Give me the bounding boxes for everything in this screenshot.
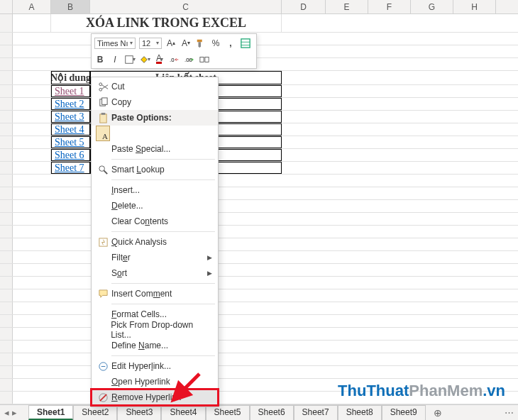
decrease-decimal-icon[interactable]: .0	[169, 54, 180, 65]
submenu-arrow-icon: ▶	[207, 254, 212, 261]
menu-pick-list[interactable]: Pick From Drop-down List...	[92, 322, 218, 338]
hyperlink-cell[interactable]: Sheet 5	[51, 136, 90, 148]
add-sheet-button[interactable]: ⊕	[430, 407, 446, 419]
svg-point-14	[99, 165, 104, 171]
menu-label: Insert Comment	[111, 289, 172, 299]
fill-color-icon[interactable]: ▾	[139, 54, 150, 65]
scissors-icon	[94, 82, 111, 92]
watermark: ThuThuatPhanMem.vn	[338, 382, 505, 400]
svg-line-15	[104, 170, 107, 174]
clipboard-icon	[94, 113, 111, 123]
col-B[interactable]: B	[51, 0, 90, 13]
sheet-tab-sheet6[interactable]: Sheet6	[250, 405, 294, 420]
menu-label: Quick Analysis	[111, 237, 167, 247]
copy-icon	[94, 97, 111, 108]
sheet-tab-sheet3[interactable]: Sheet3	[117, 405, 161, 420]
sheet-title: XÓA LINK TRONG EXCEL	[51, 14, 282, 32]
hyperlink-cell[interactable]: Sheet 7	[51, 162, 90, 174]
menu-label: Smart Lookup	[111, 165, 165, 175]
hyperlink-cell[interactable]: Sheet 1	[51, 85, 90, 97]
menu-insert-comment[interactable]: Insert Comment	[92, 286, 218, 302]
decrease-font-icon[interactable]: A▾	[180, 38, 192, 49]
menu-define-name[interactable]: Define Name...	[92, 338, 218, 353]
mini-toolbar: Times Nı▾ 12▾ A▴ A▾ % , B I ▾ ▾ A▾ .0 .0…	[91, 33, 257, 69]
menu-smart-lookup[interactable]: Smart Lookup	[92, 162, 218, 177]
menu-paste-options: Paste Options:	[92, 110, 218, 126]
menu-label: Copy	[111, 97, 131, 107]
menu-quick-analysis[interactable]: Quick Analysis	[92, 234, 218, 250]
sheet-tab-sheet9[interactable]: Sheet9	[382, 405, 426, 420]
svg-point-9	[99, 82, 101, 85]
svg-rect-6	[200, 57, 204, 62]
col-D[interactable]: D	[282, 0, 326, 13]
sheet-tab-sheet1[interactable]: Sheet1	[28, 405, 73, 420]
menu-paste-keep-text[interactable]: A	[92, 126, 218, 141]
sheet-tab-sheet7[interactable]: Sheet7	[294, 405, 338, 420]
format-painter-icon[interactable]	[195, 38, 206, 49]
menu-paste-special[interactable]: Paste Special...	[92, 141, 218, 157]
col-F[interactable]: F	[368, 0, 411, 13]
col-G[interactable]: G	[411, 0, 453, 13]
hyperlink-cell[interactable]: Sheet 4	[51, 123, 90, 136]
sheet-tab-sheet4[interactable]: Sheet4	[161, 405, 205, 420]
italic-icon[interactable]: I	[109, 54, 121, 65]
menu-label: Paste Special...	[111, 144, 170, 154]
hyperlink-cell[interactable]: Sheet 2	[51, 98, 90, 110]
link-icon	[94, 361, 111, 372]
tab-nav-arrows[interactable]: ◂ ▸	[4, 407, 17, 418]
sheet-tab-sheet8[interactable]: Sheet8	[338, 405, 382, 420]
tab-scroll[interactable]: ⋯	[505, 407, 514, 418]
grid-area[interactable]: XÓA LINK TRONG EXCEL Nội dung Liên kết s…	[0, 14, 518, 404]
menu-label: Pick From Drop-down List...	[111, 320, 212, 340]
bold-icon[interactable]: B	[94, 54, 106, 65]
svg-line-20	[173, 374, 199, 400]
sheet-tab-sheet2[interactable]: Sheet2	[73, 405, 117, 420]
quick-icon	[94, 237, 111, 248]
menu-insert[interactable]: Insert...	[92, 182, 218, 198]
menu-label: Sort	[111, 268, 127, 278]
hyperlink-cell[interactable]: Sheet 6	[51, 149, 90, 161]
col-A[interactable]: A	[13, 0, 51, 13]
col-H[interactable]: H	[453, 0, 496, 13]
submenu-arrow-icon: ▶	[207, 270, 212, 277]
menu-label: Open Hyperlink	[111, 377, 170, 387]
format-table-icon[interactable]	[240, 38, 251, 49]
table-header-col1: Nội dung	[51, 71, 90, 84]
font-family-dropdown[interactable]: Times Nı▾	[94, 38, 136, 49]
sheet-tab-bar: ◂ ▸ Sheet1Sheet2Sheet3Sheet4Sheet5Sheet6…	[0, 404, 518, 420]
comma-icon[interactable]: ,	[225, 38, 236, 49]
col-C[interactable]: C	[90, 0, 282, 13]
menu-delete[interactable]: Delete...	[92, 198, 218, 214]
sheet-tab-sheet5[interactable]: Sheet5	[206, 405, 250, 420]
percent-icon[interactable]: %	[210, 38, 221, 49]
comment-icon	[94, 289, 111, 299]
merge-icon[interactable]	[199, 54, 210, 65]
svg-text:.0: .0	[170, 56, 175, 62]
svg-point-8	[99, 88, 101, 91]
menu-label: Cut	[111, 82, 125, 92]
font-color-icon[interactable]: A▾	[154, 54, 165, 65]
menu-label: Insert...	[111, 185, 140, 195]
svg-line-19	[99, 394, 106, 400]
font-size-dropdown[interactable]: 12▾	[139, 38, 162, 49]
svg-rect-0	[241, 38, 250, 47]
menu-label: Delete...	[111, 201, 143, 211]
col-E[interactable]: E	[326, 0, 368, 13]
menu-label: Paste Options:	[111, 113, 172, 123]
menu-filter[interactable]: Filter▶	[92, 250, 218, 265]
increase-font-icon[interactable]: A▴	[165, 38, 177, 49]
menu-clear-contents[interactable]: Clear Contents	[92, 214, 218, 229]
select-all-corner[interactable]	[0, 0, 13, 13]
menu-label: Define Name...	[111, 341, 168, 350]
hyperlink-cell[interactable]: Sheet 3	[51, 111, 90, 123]
menu-sort[interactable]: Sort▶	[92, 265, 218, 281]
column-header-row: A B C D E F G H	[0, 0, 518, 14]
increase-decimal-icon[interactable]: .00	[184, 54, 195, 65]
menu-cut[interactable]: Cut	[92, 79, 218, 94]
menu-label: Format Cells...	[111, 309, 167, 319]
menu-copy[interactable]: Copy	[92, 94, 218, 110]
svg-rect-7	[205, 57, 209, 62]
border-icon[interactable]: ▾	[124, 54, 136, 65]
context-menu: CutCopyPaste Options:APaste Special...Sm…	[91, 77, 219, 407]
menu-label: Filter	[111, 253, 131, 262]
